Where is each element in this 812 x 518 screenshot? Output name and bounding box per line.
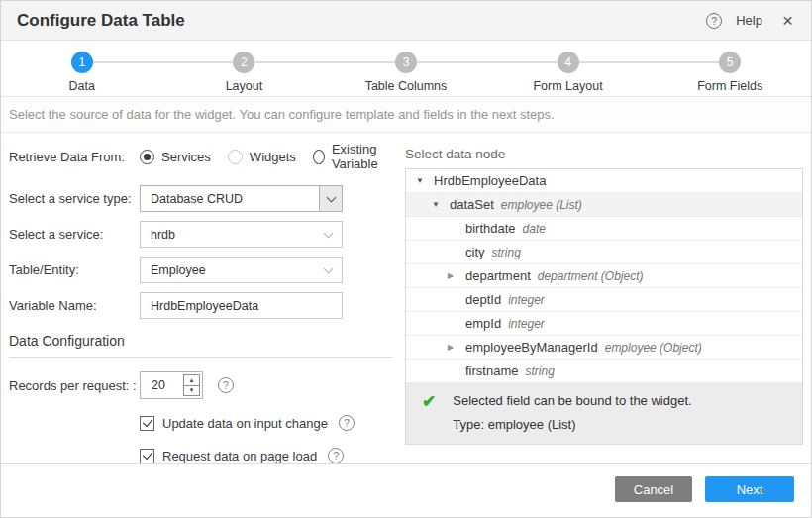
node-type: string <box>492 246 521 259</box>
expand-icon[interactable]: ▶ <box>448 343 465 352</box>
checkbox-label: Update data on input change <box>162 416 328 431</box>
stepper-step-form-layout[interactable]: 4Form Layout <box>487 41 650 96</box>
data-source-form: Retrieve Data From: ServicesWidgetsExist… <box>1 133 405 463</box>
stepper-step-table-columns[interactable]: 3Table Columns <box>325 41 487 96</box>
tree-node-firstname[interactable]: firstnamestring <box>406 360 802 383</box>
dialog-content: Retrieve Data From: ServicesWidgetsExist… <box>1 133 811 463</box>
data-node-tree-box: ▼HrdbEmployeeData▼dataSetemployee (List)… <box>405 168 803 445</box>
step-number-circle: 3 <box>395 52 417 73</box>
service-type-value: Database CRUD <box>141 192 319 206</box>
step-label: Layout <box>226 79 263 93</box>
node-name: department <box>465 268 531 283</box>
checkbox-row-request-data-on-page-load: Request data on page load? <box>140 447 405 463</box>
data-node-panel: Select data node ▼HrdbEmployeeData▼dataS… <box>405 133 811 463</box>
node-name: firstname <box>465 363 518 378</box>
tree-node-department[interactable]: ▶departmentdepartment (Object) <box>406 264 802 288</box>
help-link[interactable]: Help <box>736 13 762 28</box>
close-icon[interactable]: × <box>782 13 793 29</box>
step-label: Table Columns <box>365 79 448 93</box>
retrieve-options: ServicesWidgetsExisting Variable <box>140 142 405 171</box>
node-type: integer <box>508 317 545 331</box>
radio-option-services[interactable]: Services <box>140 150 211 164</box>
records-help-icon[interactable]: ? <box>218 377 234 393</box>
radio-label: Existing Variable <box>332 142 405 171</box>
cancel-button[interactable]: Cancel <box>615 476 692 502</box>
step-number-circle: 5 <box>719 52 741 73</box>
radio-option-existing-variable[interactable]: Existing Variable <box>313 142 405 171</box>
spinner-down-icon[interactable]: ▼ <box>184 386 199 396</box>
dialog-title: Configure Data Table <box>17 11 185 31</box>
stepper-step-layout[interactable]: 2Layout <box>163 41 326 96</box>
chevron-down-icon <box>324 263 334 273</box>
checkbox-help-icon[interactable]: ? <box>328 448 344 463</box>
stepper-step-data[interactable]: 1Data <box>1 41 163 96</box>
next-button[interactable]: Next <box>705 476 794 502</box>
chevron-down-icon <box>326 192 336 202</box>
service-type-label: Select a service type: <box>9 191 140 206</box>
dialog-header: Configure Data Table ? Help × <box>1 1 811 41</box>
node-type: string <box>525 364 554 378</box>
tree-node-city[interactable]: citystring <box>406 241 802 264</box>
form-fields: Select a service type:Database CRUDSelec… <box>9 185 405 319</box>
collapse-icon[interactable]: ▼ <box>416 176 434 185</box>
step-number-circle: 4 <box>558 52 579 73</box>
spinner-buttons: ▲ ▼ <box>183 374 200 396</box>
select-arrow-box <box>319 186 342 211</box>
retrieve-data-from-label: Retrieve Data From: <box>9 150 140 164</box>
node-name: HrdbEmployeeData <box>434 173 546 188</box>
node-name: city <box>465 245 485 259</box>
service-type-select[interactable]: Database CRUD <box>140 185 343 212</box>
tree-node-dataset[interactable]: ▼dataSetemployee (List) <box>406 193 802 217</box>
service-select[interactable]: hrdb <box>140 221 343 248</box>
data-configuration-heading: Data Configuration <box>9 333 405 349</box>
radio-option-widgets[interactable]: Widgets <box>228 150 296 164</box>
tree-node-hrdbemployeedata[interactable]: ▼HrdbEmployeeData <box>406 169 802 193</box>
radio-label: Services <box>161 150 211 164</box>
node-type: integer <box>508 293 545 307</box>
checkbox-update-data-on-input-change[interactable] <box>140 416 154 431</box>
field-row-service: Select a service:hrdb <box>9 221 405 248</box>
records-per-request-stepper[interactable]: ▲ ▼ <box>140 371 203 399</box>
variable-name-label: Variable Name: <box>9 298 140 313</box>
node-type: employee (List) <box>501 198 582 212</box>
node-type: date <box>523 222 546 236</box>
field-row-table-entity: Table/Entity:Employee <box>9 257 405 283</box>
data-node-tree: ▼HrdbEmployeeData▼dataSetemployee (List)… <box>406 169 802 383</box>
table-entity-select[interactable]: Employee <box>140 257 343 283</box>
node-name: deptId <box>465 292 501 307</box>
description-bar: Select the source of data for the widget… <box>1 97 811 133</box>
step-number-circle: 2 <box>233 52 254 73</box>
node-type: department (Object) <box>538 269 644 283</box>
tree-node-birthdate[interactable]: birthdatedate <box>406 217 802 241</box>
tree-node-empid[interactable]: empIdinteger <box>406 312 802 336</box>
binding-message: ✔ Selected field can be bound to the wid… <box>406 383 802 444</box>
help-icon[interactable]: ? <box>706 13 722 29</box>
collapse-icon[interactable]: ▼ <box>432 200 450 209</box>
step-label: Data <box>69 79 95 93</box>
configure-data-table-dialog: Configure Data Table ? Help × 1Data2Layo… <box>0 0 812 518</box>
node-name: birthdate <box>465 221 516 236</box>
step-number-circle: 1 <box>71 52 93 73</box>
tree-node-employeebymanagerid[interactable]: ▶employeeByManagerIdemployee (Object) <box>406 336 802 360</box>
select-data-node-heading: Select data node <box>405 147 803 161</box>
variable-name-input[interactable] <box>140 292 343 319</box>
checkbox-request-data-on-page-load[interactable] <box>140 449 154 464</box>
success-check-icon: ✔ <box>422 393 436 432</box>
radio-icon <box>228 150 243 164</box>
expand-icon[interactable]: ▶ <box>448 271 465 280</box>
binding-message-line1: Selected field can be bound to the widge… <box>453 393 691 408</box>
checkbox-help-icon[interactable]: ? <box>339 415 355 431</box>
step-label: Form Layout <box>533 79 602 93</box>
radio-icon <box>140 150 154 164</box>
records-per-request-input[interactable] <box>141 372 183 398</box>
spinner-up-icon[interactable]: ▲ <box>184 375 199 386</box>
wizard-stepper: 1Data2Layout3Table Columns4Form Layout5F… <box>1 41 811 97</box>
radio-icon <box>313 150 325 164</box>
tree-node-deptid[interactable]: deptIdinteger <box>406 288 802 312</box>
description-text: Select the source of data for the widget… <box>9 107 555 122</box>
radio-label: Widgets <box>250 150 296 164</box>
table-entity-value: Employee <box>141 263 325 277</box>
stepper-step-form-fields[interactable]: 5Form Fields <box>649 41 811 96</box>
stepper-steps: 1Data2Layout3Table Columns4Form Layout5F… <box>1 41 811 96</box>
dialog-footer: Cancel Next <box>1 463 811 517</box>
